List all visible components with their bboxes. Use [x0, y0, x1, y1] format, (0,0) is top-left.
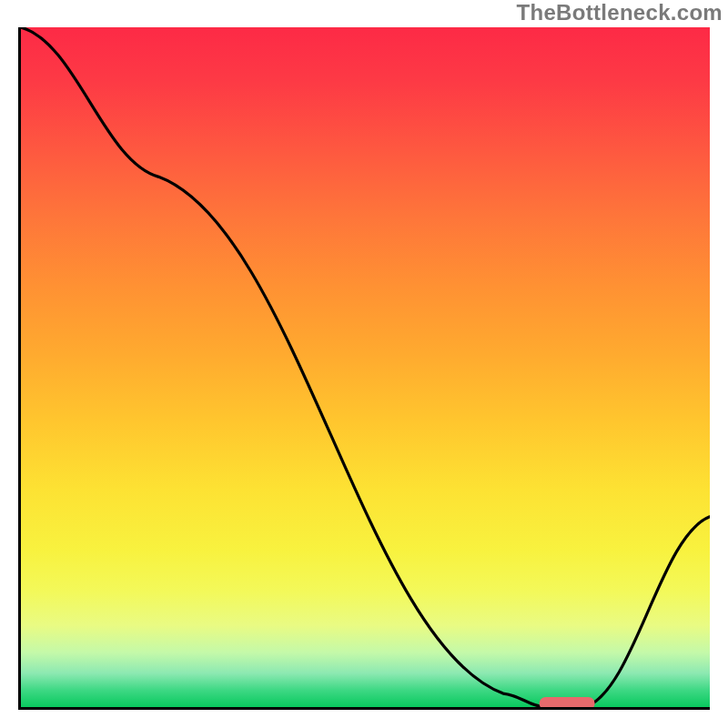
plot-area	[18, 27, 710, 710]
chart-frame: TheBottleneck.com	[0, 0, 728, 728]
watermark-text: TheBottleneck.com	[517, 0, 723, 25]
bottleneck-curve	[21, 27, 710, 707]
optimal-range-marker	[540, 697, 595, 710]
